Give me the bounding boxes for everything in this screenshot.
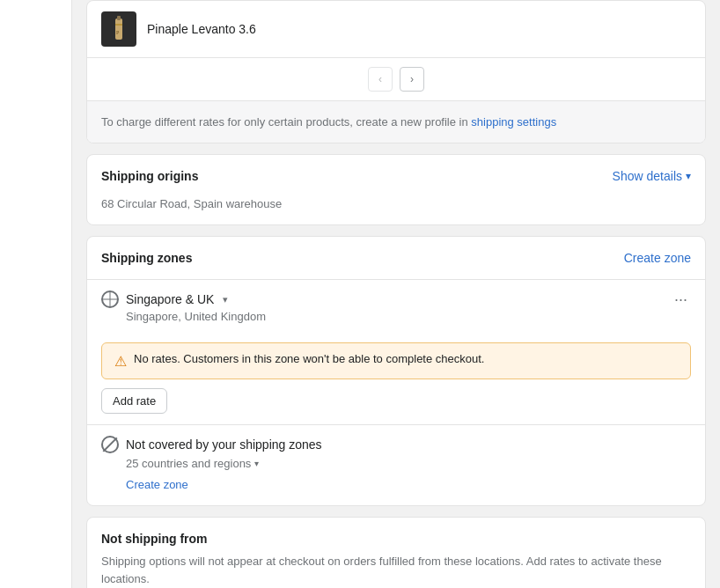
globe-icon: [101, 290, 119, 308]
shipping-origins-card: Shipping origins Show details ▾ 68 Circu…: [86, 154, 706, 225]
create-zone-button[interactable]: Create zone: [624, 251, 691, 265]
zone-top: Singapore & UK ▾ ···: [101, 290, 691, 308]
main-content: P Pinaple Levanto 3.6 ‹ › To charge diff…: [72, 0, 720, 588]
zone-more-button[interactable]: ···: [671, 291, 691, 307]
show-details-chevron: ▾: [686, 170, 691, 182]
product-card: P Pinaple Levanto 3.6 ‹ › To charge diff…: [86, 0, 706, 143]
not-covered-create-zone-link[interactable]: Create zone: [126, 478, 188, 491]
zone-left: Singapore & UK ▾: [101, 290, 228, 308]
settings-note: To charge different rates for only certa…: [87, 100, 705, 143]
sidebar: [0, 0, 72, 588]
svg-rect-1: [117, 16, 121, 20]
not-shipping-title: Not shipping from: [101, 532, 691, 546]
show-details-label: Show details: [613, 169, 682, 183]
product-row: P Pinaple Levanto 3.6: [87, 1, 705, 57]
page-wrapper: P Pinaple Levanto 3.6 ‹ › To charge diff…: [0, 0, 720, 588]
prev-icon: ‹: [378, 73, 382, 85]
shipping-origin-address: 68 Circular Road, Spain warehouse: [87, 197, 705, 224]
shipping-zones-card: Shipping zones Create zone Singapore & U…: [86, 236, 706, 506]
shipping-zones-header: Shipping zones Create zone: [87, 237, 705, 279]
countries-count-label: 25 countries and regions: [126, 457, 251, 470]
next-page-button[interactable]: ›: [400, 67, 424, 92]
not-shipping-card: Not shipping from Shipping options will …: [86, 517, 706, 588]
svg-rect-0: [115, 18, 122, 40]
settings-note-text: To charge different rates for only certa…: [101, 115, 471, 129]
shipping-origins-title: Shipping origins: [101, 169, 198, 183]
shipping-settings-link[interactable]: shipping settings: [471, 115, 556, 129]
show-details-button[interactable]: Show details ▾: [613, 169, 691, 183]
warning-text: No rates. Customers in this zone won't b…: [134, 352, 484, 365]
not-covered-zone: Not covered by your shipping zones 25 co…: [87, 424, 705, 505]
product-thumbnail: P: [101, 11, 136, 47]
not-covered-sub: 25 countries and regions ▾: [126, 457, 691, 470]
warning-icon: ⚠: [114, 353, 127, 370]
not-shipping-desc: Shipping options will not appear at chec…: [101, 553, 691, 587]
add-rate-button[interactable]: Add rate: [101, 388, 167, 414]
pagination-row: ‹ ›: [87, 57, 705, 100]
next-icon: ›: [410, 73, 414, 85]
prev-page-button[interactable]: ‹: [368, 67, 393, 92]
not-covered-name: Not covered by your shipping zones: [126, 437, 322, 452]
zone-name: Singapore & UK: [126, 292, 214, 306]
zone-chevron: ▾: [223, 294, 228, 305]
zone-row-singapore-uk: Singapore & UK ▾ ··· Singapore, United K…: [87, 279, 705, 334]
not-covered-create: Create zone: [126, 477, 691, 491]
zone-countries: Singapore, United Kingdom: [126, 310, 691, 323]
not-covered-top: Not covered by your shipping zones: [101, 436, 691, 453]
no-rates-warning: ⚠ No rates. Customers in this zone won't…: [101, 342, 691, 379]
no-ship-icon: [101, 436, 119, 453]
countries-chevron-icon: ▾: [254, 459, 259, 468]
shipping-origins-header: Shipping origins Show details ▾: [87, 155, 705, 197]
product-name: Pinaple Levanto 3.6: [147, 22, 256, 36]
shipping-zones-title: Shipping zones: [101, 251, 192, 265]
product-image-icon: P: [108, 15, 129, 43]
svg-rect-2: [115, 24, 122, 26]
